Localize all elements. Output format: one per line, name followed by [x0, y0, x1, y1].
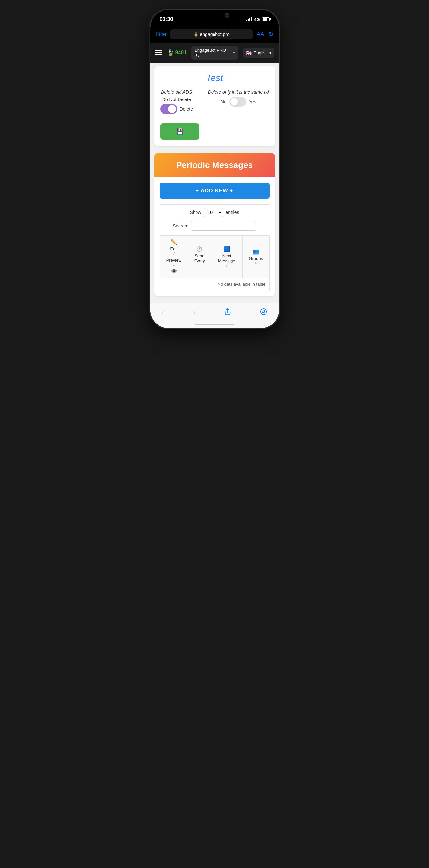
periodic-messages-body: + ADD NEW + Show 10 25 50 100 entries	[154, 177, 275, 296]
search-row: Search:	[160, 221, 270, 231]
battery-fill	[263, 18, 267, 21]
th-inner-edit: ✏️ Edit/ Preview ▲ 👁️	[163, 239, 186, 274]
delete-toggle[interactable]	[160, 104, 177, 114]
ads-settings-card: Test Delete old ADS Do Not Delete Delete	[154, 66, 275, 146]
phone-shell: 00:30 4G Fine 🔒 engagebot.pro	[151, 10, 279, 328]
credits-count: 9401	[175, 50, 187, 56]
sort-up-arrow: ▲	[173, 264, 175, 267]
col-edit-preview: ✏️ Edit/ Preview ▲ 👁️	[160, 236, 188, 278]
browser-address-bar: Fine 🔒 engagebot.pro AA ↻	[151, 27, 279, 42]
search-label: Search:	[173, 223, 188, 228]
col-groups-label: Groups	[249, 256, 263, 261]
browser-back-button[interactable]: ‹	[160, 307, 166, 318]
browser-forward-button[interactable]: ›	[191, 307, 197, 318]
delete-toggle-row-2: Delete	[160, 104, 193, 114]
sort-arrows-edit: ▲	[173, 264, 175, 267]
col-next-label: NextMessage	[218, 253, 235, 263]
browser-compass-button[interactable]	[258, 306, 269, 319]
delete-old-ads-group: Delete old ADS Do Not Delete Delete	[160, 89, 193, 114]
next-sort-arrows: ⇅	[226, 265, 228, 268]
edit-icon: ✏️	[171, 239, 177, 245]
col-groups: 👥 Groups ⇅	[242, 236, 269, 278]
site-dropdown-arrow: ▾	[233, 51, 235, 55]
sort-arrows-send: ⇅	[198, 265, 201, 268]
content-scroll[interactable]: Test Delete old ADS Do Not Delete Delete	[151, 63, 279, 303]
save-icon: 💾	[176, 128, 184, 135]
periodic-messages-header: Periodic Messages	[154, 153, 275, 177]
bottom-spacer	[151, 296, 279, 303]
network-type: 4G	[254, 17, 260, 22]
lang-dropdown-arrow: ▾	[269, 51, 272, 55]
add-new-button[interactable]: + ADD NEW +	[160, 183, 270, 199]
notch	[193, 10, 236, 21]
same-ad-toggle[interactable]	[229, 97, 246, 107]
show-label: Show	[190, 210, 201, 215]
browser-share-button[interactable]	[222, 306, 233, 319]
ads-card-title: Test	[160, 73, 269, 83]
hamburger-menu[interactable]	[155, 50, 162, 55]
signal-bar-2	[248, 19, 249, 21]
home-indicator	[195, 324, 234, 326]
send-sort-arrows: ⇅	[198, 265, 201, 268]
signal-bar-1	[246, 20, 247, 21]
signal-bars	[246, 17, 252, 21]
site-name: EngageBot.PRO ✦..	[195, 48, 231, 58]
entries-select[interactable]: 10 25 50 100	[204, 208, 223, 217]
browser-url-text: engagebot.pro	[200, 32, 230, 37]
same-ad-group: Delete only if it is the same ad No Yes	[208, 89, 269, 107]
col-next-message: 🟦 NextMessage ⇅	[211, 236, 242, 278]
front-camera	[225, 13, 229, 18]
language-selector[interactable]: 🇬🇧 English ▾	[243, 48, 274, 58]
lock-icon: 🔒	[194, 32, 198, 37]
delete-toggle-thumb	[168, 105, 176, 113]
periodic-messages-table: ✏️ Edit/ Preview ▲ 👁️	[160, 235, 270, 291]
browser-back-label[interactable]: Fine	[156, 31, 166, 38]
aa-button[interactable]: AA	[257, 31, 264, 38]
periodic-messages-title: Periodic Messages	[176, 160, 253, 170]
do-not-delete-label: Do Not Delete	[162, 97, 191, 102]
th-inner-groups: 👥 Groups ⇅	[245, 248, 267, 265]
phone-screen: 00:30 4G Fine 🔒 engagebot.pro	[151, 10, 279, 328]
hamburger-line-1	[155, 50, 162, 51]
table-header-row: ✏️ Edit/ Preview ▲ 👁️	[160, 236, 269, 278]
status-time: 00:30	[160, 16, 173, 23]
th-inner-send: ⏱️ SendEvery ⇅	[191, 246, 208, 268]
refresh-button[interactable]: ↻	[269, 31, 274, 38]
signal-bar-3	[250, 18, 251, 21]
table-body: No data available in table	[160, 278, 269, 291]
webapp-nav: 🍃 9401 EngageBot.PRO ✦.. ▾ 🇬🇧 English ▾	[151, 42, 279, 63]
delete-label: Delete	[180, 106, 193, 112]
status-right-group: 4G	[246, 17, 269, 22]
same-ad-label: Delete only if it is the same ad	[208, 89, 269, 95]
battery-indicator	[262, 17, 270, 21]
preview-eye-icon: 👁️	[171, 268, 177, 274]
browser-url-bar[interactable]: 🔒 engagebot.pro	[170, 29, 254, 39]
hamburger-line-2	[155, 52, 162, 53]
browser-actions: AA ↻	[257, 31, 274, 38]
no-data-row: No data available in table	[160, 278, 269, 291]
svg-point-1	[261, 309, 266, 314]
groups-icon: 👥	[253, 248, 259, 255]
table-header: ✏️ Edit/ Preview ▲ 👁️	[160, 236, 269, 278]
signal-bar-4	[251, 17, 252, 21]
next-message-icon: 🟦	[223, 246, 230, 252]
compass-icon	[260, 308, 267, 315]
col-edit-label: Edit/	[170, 246, 177, 256]
entries-label: entries	[226, 210, 239, 215]
th-inner-next: 🟦 NextMessage ⇅	[213, 246, 239, 268]
language-label: English	[254, 51, 268, 55]
no-label: No	[221, 99, 227, 104]
credits-badge: 🍃 9401	[167, 49, 187, 56]
share-icon	[224, 308, 231, 315]
site-selector[interactable]: EngageBot.PRO ✦.. ▾	[191, 46, 238, 60]
col-send-every: ⏱️ SendEvery ⇅	[188, 236, 211, 278]
same-ad-toggle-row: No Yes	[221, 97, 256, 107]
search-input[interactable]	[191, 221, 256, 231]
add-new-label: + ADD NEW +	[196, 188, 233, 194]
sort-arrows-next: ⇅	[226, 265, 228, 268]
groups-sort-arrows: ⇅	[255, 262, 257, 265]
save-button[interactable]: 💾	[160, 123, 199, 140]
hamburger-line-3	[155, 54, 162, 55]
credits-icon: 🍃	[167, 49, 174, 56]
show-entries-row: Show 10 25 50 100 entries	[160, 208, 270, 217]
